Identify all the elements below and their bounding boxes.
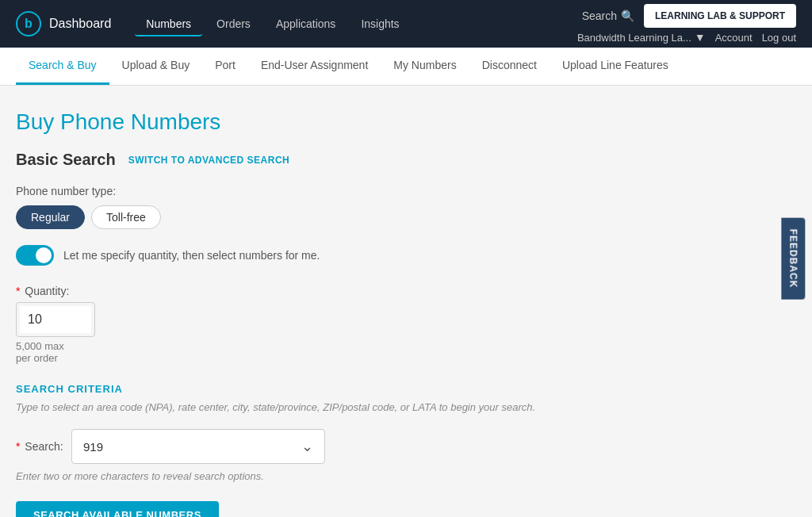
nav-orders[interactable]: Orders <box>205 11 262 36</box>
logo: b Dashboard <box>16 11 111 36</box>
phone-type-group: Regular Toll-free <box>16 205 698 229</box>
subnav-search-buy[interactable]: Search & Buy <box>16 48 109 85</box>
chevron-down-icon: ⌄ <box>301 438 313 455</box>
brand-icon: b <box>16 11 41 36</box>
quantity-input[interactable] <box>20 306 91 333</box>
main-content: Buy Phone Numbers Basic Search SWITCH TO… <box>0 86 714 517</box>
logout-link[interactable]: Log out <box>762 32 796 44</box>
sub-nav: Search & Buy Upload & Buy Port End-User … <box>0 48 812 86</box>
nav-insights[interactable]: Insights <box>350 11 410 36</box>
learning-lab-button[interactable]: LEARNING LAB & SUPPORT <box>644 4 796 28</box>
phone-type-regular[interactable]: Regular <box>16 205 85 229</box>
search-available-button[interactable]: SEARCH AVAILABLE NUMBERS <box>16 501 219 517</box>
toggle-label: Let me specify quantity, then select num… <box>63 249 320 262</box>
quantity-toggle[interactable] <box>16 245 54 266</box>
nav-numbers[interactable]: Numbers <box>135 11 202 36</box>
nav-links: Numbers Orders Applications Insights <box>135 11 577 36</box>
search-mode-title: Basic Search <box>16 151 116 169</box>
subnav-upload-line-features[interactable]: Upload Line Features <box>550 48 681 85</box>
top-nav: b Dashboard Numbers Orders Applications … <box>0 0 812 48</box>
search-field-label: * Search: <box>16 440 63 453</box>
search-required-star: * <box>16 440 20 453</box>
nav-search-link[interactable]: Search 🔍 <box>582 10 634 22</box>
search-text: Search <box>582 10 617 22</box>
search-criteria-header: SEARCH CRITERIA <box>16 383 698 395</box>
subnav-my-numbers[interactable]: My Numbers <box>381 48 469 85</box>
chevron-down-icon: ▼ <box>695 31 706 44</box>
account-dropdown[interactable]: Bandwidth Learning La... ▼ <box>577 31 706 44</box>
search-header-row: Basic Search SWITCH TO ADVANCED SEARCH <box>16 151 698 169</box>
quantity-label: * Quantity: <box>16 285 698 297</box>
search-hint: Enter two or more characters to reveal s… <box>16 470 698 482</box>
toggle-row: Let me specify quantity, then select num… <box>16 245 698 266</box>
switch-search-link[interactable]: SWITCH TO ADVANCED SEARCH <box>128 155 290 166</box>
nav-top-right: Search 🔍 LEARNING LAB & SUPPORT Bandwidt… <box>577 4 796 44</box>
search-dropdown[interactable]: 919 ⌄ <box>71 429 325 464</box>
required-star: * <box>16 285 20 297</box>
search-field-row: * Search: 919 ⌄ <box>16 429 698 464</box>
subnav-disconnect[interactable]: Disconnect <box>469 48 550 85</box>
brand-name: Dashboard <box>49 17 111 31</box>
phone-type-tollfree[interactable]: Toll-free <box>91 205 161 229</box>
phone-type-label: Phone number type: <box>16 185 698 197</box>
nav-row2: Bandwidth Learning La... ▼ Account Log o… <box>577 31 796 44</box>
subnav-upload-buy[interactable]: Upload & Buy <box>109 48 203 85</box>
account-link[interactable]: Account <box>715 32 753 44</box>
nav-row1: Search 🔍 LEARNING LAB & SUPPORT <box>582 4 796 28</box>
quantity-section: * Quantity: 5,000 max per order <box>16 285 698 364</box>
search-criteria-hint: Type to select an area code (NPA), rate … <box>16 401 698 413</box>
quantity-hint: 5,000 max per order <box>16 340 698 364</box>
account-dropdown-text: Bandwidth Learning La... <box>577 32 691 44</box>
subnav-port[interactable]: Port <box>202 48 248 85</box>
subnav-end-user-assignment[interactable]: End-User Assignment <box>248 48 381 85</box>
quantity-box <box>16 302 95 337</box>
nav-applications[interactable]: Applications <box>265 11 347 36</box>
search-icon: 🔍 <box>621 10 634 22</box>
page-title: Buy Phone Numbers <box>16 109 698 135</box>
feedback-tab[interactable]: FEEDBACK <box>782 218 806 300</box>
search-dropdown-value: 919 <box>83 440 103 454</box>
